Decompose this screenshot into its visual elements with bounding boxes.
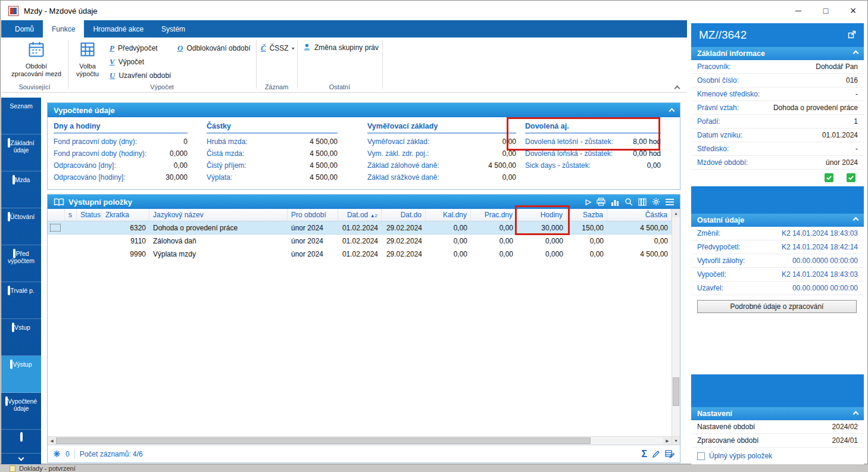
cell-obdobi[interactable]: únor 2024 <box>288 235 338 248</box>
sidebar-item-pred-vypoctem[interactable]: Před výpočtem <box>1 245 41 282</box>
print-icon[interactable] <box>597 198 605 206</box>
row-indicator-cell[interactable] <box>48 235 65 248</box>
search-icon[interactable] <box>625 198 633 206</box>
column-header-dat-od[interactable]: Dat.od ▲2 <box>338 209 382 221</box>
cell-s[interactable] <box>65 235 77 248</box>
tab-hromadne-akce[interactable]: Hromadné akce <box>84 20 152 37</box>
cell-hodiny[interactable]: 0,000 <box>517 235 567 248</box>
calc-choice-button[interactable]: Volba výpočtu <box>71 40 104 78</box>
columns-icon[interactable] <box>638 198 647 206</box>
close-period-button[interactable]: UUzavření období <box>110 71 171 80</box>
column-header-sazba[interactable]: Sazba <box>567 209 607 221</box>
maximize-button[interactable]: □ <box>812 1 839 20</box>
tab-system[interactable]: Systém <box>152 20 194 37</box>
cell-dat-od[interactable]: 01.02.2024 <box>338 248 382 261</box>
ribbon-collapse-icon[interactable] <box>675 84 679 92</box>
sidebar-item-trvale-p[interactable]: Trvalé p. <box>1 282 41 319</box>
cell-dat-do[interactable]: 29.02.2024 <box>382 221 426 234</box>
cell-dat-do[interactable]: 29.02.2024 <box>382 235 426 248</box>
cell-status[interactable] <box>77 221 102 234</box>
cell-zkratka[interactable]: 9990 <box>102 248 149 261</box>
cell-sazba[interactable]: 150,00 <box>567 221 607 234</box>
payroll-period-button[interactable]: Období zpracování mezd <box>6 40 67 78</box>
cell-obdobi[interactable]: únor 2024 <box>288 248 338 261</box>
table-row[interactable]: 9110 Zálohová daň únor 2024 01.02.2024 2… <box>48 235 672 248</box>
column-header-status[interactable]: Status <box>77 209 102 221</box>
refresh-icon[interactable] <box>53 450 61 458</box>
cell-sazba[interactable]: 0,00 <box>567 235 607 248</box>
settings-icon[interactable] <box>652 198 660 206</box>
sidebar-item-vstup[interactable]: Vstup <box>1 319 41 356</box>
play-icon[interactable]: ▷ <box>586 198 591 206</box>
scrollbar-thumb[interactable] <box>673 377 679 406</box>
sum-icon[interactable]: Σ <box>641 449 647 460</box>
scrollbar-track[interactable] <box>56 437 663 445</box>
row-indicator-cell[interactable] <box>48 248 65 261</box>
sidebar-item-seznam[interactable]: Seznam <box>1 98 41 135</box>
sidebar-item-vystup[interactable]: Výstup <box>1 356 41 393</box>
change-rights-button[interactable]: Změna skupiny práv <box>302 43 379 54</box>
cell-nazev[interactable]: Výplata mzdy <box>149 248 288 261</box>
cell-hodiny[interactable]: 0,000 <box>517 248 567 261</box>
scroll-up-icon[interactable]: ▲ <box>672 209 680 217</box>
column-header-hodiny[interactable]: Hodiny <box>517 209 567 221</box>
background-window-strip[interactable]: Doklady - potvrzení <box>0 465 868 472</box>
minimize-button[interactable]: ─ <box>785 1 812 20</box>
cssz-button[interactable]: ČČSSZ▼ <box>261 43 295 53</box>
open-in-window-icon[interactable] <box>848 29 856 42</box>
column-header-pro-obdobi[interactable]: Pro období <box>288 209 338 221</box>
cell-s[interactable] <box>65 248 77 261</box>
close-button[interactable]: × <box>839 1 867 20</box>
sidebar-item-partial[interactable] <box>1 430 41 454</box>
cell-castka[interactable]: 0,00 <box>607 235 672 248</box>
scroll-left-icon[interactable]: ◀ <box>48 437 56 445</box>
sidebar-item-mzda[interactable]: Mzda <box>1 171 41 208</box>
cell-hodiny[interactable]: 30,000 <box>517 221 567 234</box>
cell-kal-dny[interactable]: 0,00 <box>426 235 471 248</box>
cell-sazba[interactable]: 0,00 <box>567 248 607 261</box>
cell-prac-dny[interactable]: 0,00 <box>471 248 517 261</box>
cell-nazev[interactable]: Zálohová daň <box>149 235 288 248</box>
horizontal-scrollbar[interactable]: ◀ ▶ ▼ <box>48 436 680 445</box>
calc-button[interactable]: VVýpočet <box>110 57 144 67</box>
column-header-castka[interactable]: Částka <box>607 209 672 221</box>
cell-zkratka[interactable]: 6320 <box>102 221 149 234</box>
scroll-right-icon[interactable]: ▶ <box>663 437 672 445</box>
cell-s[interactable] <box>65 221 77 234</box>
scroll-down-icon[interactable]: ▼ <box>672 437 680 445</box>
column-header-zkratka[interactable]: Zkratka <box>102 209 149 221</box>
cell-obdobi[interactable]: únor 2024 <box>288 221 338 234</box>
processing-details-button[interactable]: Podrobné údaje o zpracování <box>697 300 857 313</box>
column-header-s[interactable]: s <box>65 209 77 221</box>
sidebar-item-vypoctene-udaje[interactable]: Vypočtené údaje <box>1 393 41 430</box>
cell-kal-dny[interactable]: 0,00 <box>426 248 471 261</box>
cell-prac-dny[interactable]: 0,00 <box>471 221 517 234</box>
precalc-button[interactable]: PPředvýpočet <box>110 43 158 53</box>
bulk-edit-icon[interactable] <box>665 450 675 458</box>
cell-kal-dny[interactable]: 0,00 <box>426 221 471 234</box>
cell-nazev[interactable]: Dohoda o provedení práce <box>149 221 288 234</box>
table-row[interactable]: 9990 Výplata mzdy únor 2024 01.02.2024 2… <box>48 248 672 261</box>
cell-prac-dny[interactable]: 0,00 <box>471 235 517 248</box>
unblock-period-button[interactable]: OOdblokování období <box>177 43 251 53</box>
menu-icon[interactable] <box>666 199 674 205</box>
column-header-indicator[interactable] <box>48 209 65 221</box>
section-header-other-info[interactable]: Ostatní údaje <box>691 214 864 227</box>
cell-dat-od[interactable]: 01.02.2024 <box>338 235 382 248</box>
section-header-basic-info[interactable]: Základní informace <box>691 47 864 60</box>
column-header-prac-dny[interactable]: Prac.dny <box>471 209 517 221</box>
cell-status[interactable] <box>77 235 102 248</box>
column-header-kal-dny[interactable]: Kal.dny <box>426 209 471 221</box>
tab-funkce[interactable]: Funkce <box>43 20 84 37</box>
row-indicator-cell[interactable] <box>48 221 65 234</box>
cell-zkratka[interactable]: 9110 <box>102 235 149 248</box>
cell-status[interactable] <box>77 248 102 261</box>
sidebar-more-button[interactable] <box>1 454 41 464</box>
tab-domu[interactable]: Domů <box>6 20 43 37</box>
edit-icon[interactable] <box>652 450 660 458</box>
full-list-checkbox[interactable] <box>697 452 705 460</box>
chart-icon[interactable] <box>611 198 619 206</box>
vertical-scrollbar[interactable]: ▲ <box>672 209 680 436</box>
table-row[interactable]: 6320 Dohoda o provedení práce únor 2024 … <box>48 221 672 235</box>
column-header-jazykovy-nazev[interactable]: Jazykový název <box>149 209 288 221</box>
